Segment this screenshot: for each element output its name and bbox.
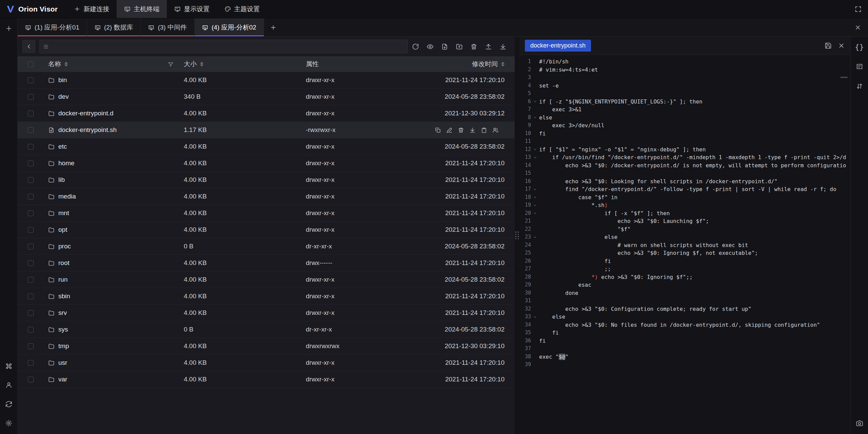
row-checkbox[interactable]: [28, 244, 34, 249]
fold-toggle[interactable]: [531, 217, 539, 225]
settings-button[interactable]: [3, 417, 15, 429]
file-row-opt[interactable]: opt4.00 KBdrwxr-xr-x2021-11-24 17:20:10: [18, 222, 515, 238]
fold-toggle[interactable]: [531, 209, 539, 218]
row-edit-button[interactable]: [446, 127, 453, 133]
row-copy-button[interactable]: [435, 127, 441, 133]
fold-toggle[interactable]: [531, 225, 539, 233]
file-row-usr[interactable]: usr4.00 KBdrwxr-xr-x2021-11-24 17:20:10: [18, 355, 515, 371]
new-file-button[interactable]: [441, 43, 448, 50]
fold-toggle[interactable]: [531, 106, 539, 114]
filter-button[interactable]: [168, 61, 174, 67]
row-checkbox[interactable]: [28, 360, 34, 366]
fold-toggle[interactable]: [531, 153, 539, 162]
fold-toggle[interactable]: [531, 169, 539, 177]
code-editor[interactable]: 1#!/bin/sh2# vim:sw=4:ts=4:et34set -e56i…: [519, 55, 850, 434]
file-row-run[interactable]: run4.00 KBdrwxr-xr-x2024-05-28 23:58:02: [18, 271, 515, 288]
terminal-tab-4[interactable]: (4) 应用-分析02: [195, 18, 264, 36]
row-checkbox[interactable]: [28, 161, 34, 166]
row-checkbox[interactable]: [28, 111, 34, 116]
fold-toggle[interactable]: [531, 321, 539, 329]
fold-toggle[interactable]: [531, 313, 539, 321]
file-row-docker-entrypoint.sh[interactable]: docker-entrypoint.sh1.17 KB-rwxrwxr-x: [18, 122, 515, 138]
file-row-lib[interactable]: lib4.00 KBdrwxr-xr-x2021-11-24 17:20:10: [18, 172, 515, 188]
fold-toggle[interactable]: [531, 58, 539, 66]
sort-size-button[interactable]: [200, 62, 203, 67]
panel-splitter[interactable]: [515, 37, 519, 434]
new-folder-button[interactable]: [456, 43, 463, 50]
row-checkbox[interactable]: [28, 277, 34, 283]
variables-button[interactable]: {}: [853, 41, 866, 53]
user-profile-button[interactable]: [3, 379, 15, 391]
fold-toggle[interactable]: [531, 257, 539, 265]
file-row-sys[interactable]: sys0 Bdr-xr-xr-x2024-05-28 23:58:02: [18, 321, 515, 338]
fold-toggle[interactable]: [531, 146, 539, 154]
sort-time-button[interactable]: [501, 62, 505, 67]
row-checkbox[interactable]: [28, 227, 34, 233]
file-row-var[interactable]: var4.00 KBdrwxr-xr-x2021-11-24 17:20:10: [18, 371, 515, 388]
fold-toggle[interactable]: [531, 82, 539, 90]
fold-toggle[interactable]: [531, 289, 539, 297]
fold-toggle[interactable]: [531, 66, 539, 74]
upload-button[interactable]: [485, 43, 492, 50]
fold-toggle[interactable]: [531, 241, 539, 249]
terminal-tab-3[interactable]: (3) 中间件: [141, 18, 195, 36]
fold-toggle[interactable]: [531, 177, 539, 186]
tabbar-close-button[interactable]: [848, 18, 868, 36]
toggle-hidden-button[interactable]: [427, 43, 434, 50]
fold-toggle[interactable]: [531, 137, 539, 146]
row-checkbox[interactable]: [28, 294, 34, 299]
nav-item-theme-settings[interactable]: 主题设置: [217, 0, 267, 18]
fold-toggle[interactable]: [531, 114, 539, 122]
file-row-tmp[interactable]: tmp4.00 KBdrwxrwxrwx2021-12-30 03:29:10: [18, 338, 515, 355]
file-row-etc[interactable]: etc4.00 KBdrwxr-xr-x2024-05-28 23:58:02: [18, 138, 515, 155]
path-input-box[interactable]: [39, 40, 408, 53]
row-checkbox[interactable]: [28, 194, 34, 200]
fullscreen-button[interactable]: [848, 0, 868, 18]
file-row-sbin[interactable]: sbin4.00 KBdrwxr-xr-x2021-11-24 17:20:10: [18, 288, 515, 305]
sync-button[interactable]: [3, 398, 15, 410]
file-row-dev[interactable]: dev340 Bdrwxr-xr-x2024-05-28 23:58:02: [18, 89, 515, 105]
row-delete-button[interactable]: [458, 127, 464, 133]
fold-toggle[interactable]: [531, 121, 539, 130]
file-row-srv[interactable]: srv4.00 KBdrwxr-xr-x2021-11-24 17:20:10: [18, 305, 515, 321]
screenshot-button[interactable]: [853, 417, 866, 429]
editor-close-button[interactable]: [838, 42, 845, 49]
fold-toggle[interactable]: [531, 265, 539, 273]
file-row-docker-entrypoint.d[interactable]: docker-entrypoint.d4.00 KBdrwxr-xr-x2021…: [18, 105, 515, 122]
refresh-button[interactable]: [412, 43, 419, 50]
fold-toggle[interactable]: [531, 337, 539, 345]
editor-file-tab[interactable]: docker-entrypoint.sh: [525, 40, 591, 52]
nav-item-display-settings[interactable]: 显示设置: [167, 0, 217, 18]
row-copy-path-button[interactable]: [481, 127, 487, 133]
fold-toggle[interactable]: [531, 249, 539, 257]
row-checkbox[interactable]: [28, 310, 34, 316]
add-tab-button[interactable]: [264, 18, 282, 36]
fold-toggle[interactable]: [531, 281, 539, 289]
row-permissions-button[interactable]: [492, 127, 499, 133]
fold-toggle[interactable]: [531, 297, 539, 305]
row-checkbox[interactable]: [28, 144, 34, 150]
row-download-button[interactable]: [469, 127, 476, 133]
nav-item-new-connection[interactable]: 新建连接: [66, 0, 117, 18]
fold-toggle[interactable]: [531, 193, 539, 202]
fold-toggle[interactable]: [531, 74, 539, 82]
file-row-media[interactable]: media4.00 KBdrwxr-xr-x2021-11-24 17:20:1…: [18, 188, 515, 205]
row-checkbox[interactable]: [28, 177, 34, 183]
file-row-home[interactable]: home4.00 KBdrwxr-xr-x2021-11-24 17:20:10: [18, 155, 515, 172]
fold-toggle[interactable]: [531, 345, 539, 353]
fold-toggle[interactable]: [531, 201, 539, 209]
row-checkbox[interactable]: [28, 343, 34, 349]
shortcut-commands-button[interactable]: [3, 360, 15, 372]
fold-toggle[interactable]: [531, 305, 539, 313]
fold-toggle[interactable]: [531, 130, 539, 138]
file-manager-button[interactable]: [853, 60, 866, 73]
transfer-button[interactable]: [853, 80, 866, 92]
fold-toggle[interactable]: [531, 98, 539, 106]
fold-toggle[interactable]: [531, 273, 539, 281]
terminal-tab-1[interactable]: (1) 应用-分析01: [18, 18, 87, 36]
row-checkbox[interactable]: [28, 210, 34, 216]
fold-toggle[interactable]: [531, 233, 539, 241]
file-row-root[interactable]: root4.00 KBdrwx------2021-11-24 17:20:10: [18, 255, 515, 271]
row-checkbox[interactable]: [28, 260, 34, 266]
back-button[interactable]: [22, 40, 35, 53]
